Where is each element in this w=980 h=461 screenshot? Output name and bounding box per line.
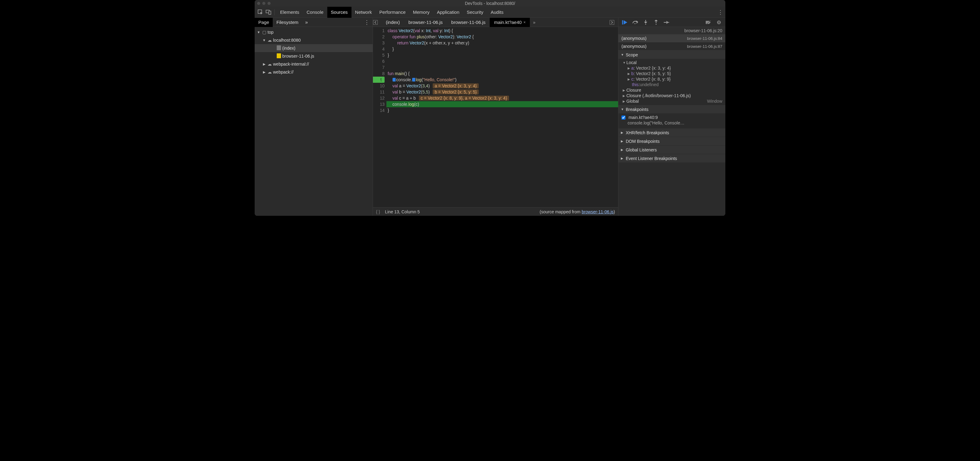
step-out-icon[interactable] bbox=[652, 19, 660, 26]
scope-variable[interactable]: ▶a: Vector2 {x: 3, y: 4} bbox=[619, 65, 725, 71]
svg-point-10 bbox=[656, 24, 657, 24]
navigator-tab-filesystem[interactable]: Filesystem bbox=[273, 18, 302, 27]
breakpoints-section[interactable]: ▼Breakpoints bbox=[619, 105, 725, 114]
breakpoint-item[interactable]: main.kt?ae40:9 bbox=[619, 114, 725, 120]
gutter-line[interactable]: 4 bbox=[373, 46, 385, 52]
more-files-icon[interactable]: » bbox=[530, 20, 538, 25]
navigator-tabs: PageFilesystem » ⋮ bbox=[255, 18, 372, 27]
gutter-line[interactable]: 8 bbox=[373, 70, 385, 77]
close-icon[interactable] bbox=[257, 2, 260, 5]
file-tab[interactable]: main.kt?ae40× bbox=[490, 18, 530, 27]
main-tab-performance[interactable]: Performance bbox=[376, 7, 409, 18]
gutter-line[interactable]: 11 bbox=[373, 89, 385, 95]
tree-file-index[interactable]: (index) bbox=[255, 44, 372, 52]
file-tab[interactable]: browser-11-06.js bbox=[404, 18, 447, 27]
gutter[interactable]: 1234567891011121314 bbox=[373, 27, 387, 207]
tree-webpack-internal[interactable]: ▶ webpack-internal:// bbox=[255, 60, 372, 68]
maximize-icon[interactable] bbox=[267, 2, 270, 5]
scope-closure[interactable]: ▶Closure bbox=[619, 87, 725, 93]
close-tab-icon[interactable]: × bbox=[523, 18, 525, 27]
xhr-breakpoints-section[interactable]: ▶XHR/fetch Breakpoints bbox=[619, 128, 725, 137]
scope-variable[interactable]: ▶c: Vector2 {x: 8, y: 9} bbox=[619, 76, 725, 82]
code-line[interactable] bbox=[387, 58, 618, 64]
code-editor[interactable]: 1234567891011121314 class Vector2(val x:… bbox=[373, 27, 618, 207]
main-tab-network[interactable]: Network bbox=[352, 7, 376, 18]
code-line[interactable]: operator fun plus(other: Vector2): Vecto… bbox=[387, 34, 618, 40]
gutter-line[interactable]: 6 bbox=[373, 58, 385, 64]
history-back-icon[interactable] bbox=[373, 20, 382, 25]
code-line[interactable]: } bbox=[387, 46, 618, 52]
main-tab-memory[interactable]: Memory bbox=[409, 7, 433, 18]
code-line[interactable]: } bbox=[387, 107, 618, 113]
gutter-line[interactable]: 10 bbox=[373, 83, 385, 89]
code-line[interactable]: fun main() { bbox=[387, 70, 618, 77]
global-listeners-section[interactable]: ▶Global Listeners bbox=[619, 145, 725, 154]
tree-label: (index) bbox=[282, 46, 296, 51]
main-tab-sources[interactable]: Sources bbox=[327, 7, 352, 18]
svg-rect-16 bbox=[719, 21, 720, 24]
show-navigator-icon[interactable] bbox=[609, 20, 618, 25]
navigator-menu-icon[interactable]: ⋮ bbox=[361, 19, 372, 26]
deactivate-breakpoints-icon[interactable] bbox=[705, 19, 713, 26]
resume-icon[interactable] bbox=[621, 19, 629, 26]
svg-point-12 bbox=[668, 22, 669, 23]
format-icon[interactable]: { } bbox=[376, 209, 380, 214]
gutter-line[interactable]: 5 bbox=[373, 52, 385, 58]
pause-exceptions-icon[interactable] bbox=[715, 19, 723, 26]
step-icon[interactable] bbox=[662, 19, 670, 26]
step-over-icon[interactable] bbox=[631, 19, 639, 26]
code-line[interactable]: console.log("Hello, Console!") bbox=[387, 77, 618, 83]
dom-breakpoints-section[interactable]: ▶DOM Breakpoints bbox=[619, 137, 725, 145]
main-tab-elements[interactable]: Elements bbox=[277, 7, 303, 18]
main-tab-audits[interactable]: Audits bbox=[487, 7, 507, 18]
code-line[interactable]: val a = Vector2(3,4)a = Vector2 {x: 3, y… bbox=[387, 83, 618, 89]
code-line[interactable]: } bbox=[387, 52, 618, 58]
tree-host[interactable]: ▼ localhost:8080 bbox=[255, 36, 372, 44]
main-tab-application[interactable]: Application bbox=[433, 7, 463, 18]
navigator-tab-page[interactable]: Page bbox=[255, 18, 273, 27]
code-line[interactable]: val b = Vector2(5,5)b = Vector2 {x: 5, y… bbox=[387, 89, 618, 95]
callstack-row[interactable]: (anonymous)browser-11-06.js:87 bbox=[619, 42, 725, 50]
step-into-icon[interactable] bbox=[642, 19, 650, 26]
toggle-device-icon[interactable] bbox=[264, 8, 272, 16]
svg-rect-3 bbox=[373, 20, 377, 24]
scope-section[interactable]: ▼Scope bbox=[619, 51, 725, 59]
tree-file-js[interactable]: browser-11-06.js bbox=[255, 52, 372, 60]
svg-point-8 bbox=[645, 24, 646, 24]
breakpoint-checkbox[interactable] bbox=[622, 116, 625, 120]
code-line[interactable]: class Vector2(val x: Int, val y: Int) { bbox=[387, 27, 618, 34]
event-listener-breakpoints-section[interactable]: ▶Event Listener Breakpoints bbox=[619, 154, 725, 163]
code-line[interactable]: return Vector2(x + other.x, y + other.y) bbox=[387, 40, 618, 46]
cloud-icon bbox=[266, 38, 273, 43]
scope-local[interactable]: ▼Local bbox=[619, 60, 725, 65]
scope-variable[interactable]: ▶b: Vector2 {x: 5, y: 5} bbox=[619, 71, 725, 76]
editor-statusbar: { } Line 13, Column 5 (source mapped fro… bbox=[373, 207, 618, 216]
code-line[interactable]: console.log(c) bbox=[387, 101, 618, 107]
inspect-icon[interactable] bbox=[256, 8, 264, 16]
gutter-line[interactable]: 12 bbox=[373, 95, 385, 101]
gutter-line[interactable]: 13 bbox=[373, 101, 385, 107]
kebab-menu-icon[interactable]: ⋮ bbox=[718, 9, 724, 16]
code-area[interactable]: class Vector2(val x: Int, val y: Int) { … bbox=[387, 27, 618, 207]
gutter-line[interactable]: 14 bbox=[373, 107, 385, 113]
more-tabs-icon[interactable]: » bbox=[302, 20, 311, 25]
code-line[interactable]: val c = a + bc = Vector2 {x: 8, y: 9}, a… bbox=[387, 95, 618, 101]
file-tab[interactable]: browser-11-06.js bbox=[447, 18, 490, 27]
tree-webpack[interactable]: ▶ webpack:// bbox=[255, 68, 372, 76]
file-tab[interactable]: (index) bbox=[382, 18, 404, 27]
gutter-line[interactable]: 7 bbox=[373, 64, 385, 70]
code-line[interactable] bbox=[387, 64, 618, 70]
tree-top[interactable]: ▼ top bbox=[255, 28, 372, 36]
gutter-line[interactable]: 9 bbox=[373, 77, 385, 83]
scope-global[interactable]: ▶GlobalWindow bbox=[619, 98, 725, 104]
gutter-line[interactable]: 3 bbox=[373, 40, 385, 46]
minimize-icon[interactable] bbox=[262, 2, 266, 5]
paused-location[interactable]: browser-11-06.js:20 bbox=[619, 27, 725, 34]
main-tab-security[interactable]: Security bbox=[463, 7, 487, 18]
gutter-line[interactable]: 1 bbox=[373, 27, 385, 34]
gutter-line[interactable]: 2 bbox=[373, 34, 385, 40]
scope-closure-file[interactable]: ▶Closure (./kotlin/browser-11-06.js) bbox=[619, 93, 725, 98]
main-tab-console[interactable]: Console bbox=[303, 7, 327, 18]
source-map-link[interactable]: browser-11-06.js bbox=[582, 209, 614, 214]
callstack-row[interactable]: (anonymous)browser-11-06.js:84 bbox=[619, 34, 725, 42]
